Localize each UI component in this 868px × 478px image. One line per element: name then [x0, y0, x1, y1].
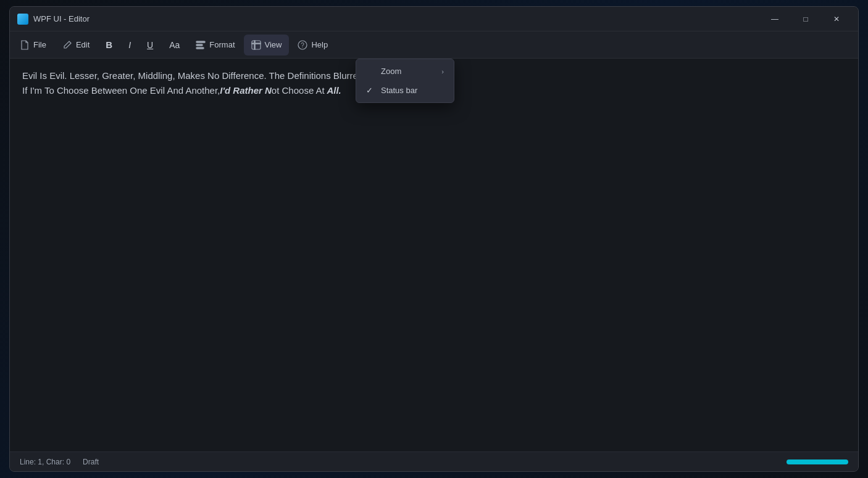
view-icon: [251, 40, 261, 50]
menu-help-label: Help: [311, 40, 328, 49]
menu-item-edit[interactable]: Edit: [55, 35, 97, 56]
italic-icon: I: [128, 40, 131, 50]
help-icon: ?: [298, 40, 307, 50]
zoom-item-left: Zoom: [366, 67, 401, 76]
menu-edit-label: Edit: [76, 40, 90, 49]
edit-icon: [62, 40, 72, 50]
svg-rect-3: [252, 41, 261, 49]
menu-item-font[interactable]: Aa: [162, 35, 187, 56]
statusbar-check: ✓: [366, 86, 376, 95]
zoom-label: Zoom: [381, 67, 401, 76]
bold-icon: B: [106, 39, 112, 50]
title-bar: WPF UI - Editor — □ ✕: [10, 7, 858, 31]
close-button[interactable]: ✕: [822, 10, 851, 28]
dropdown-item-statusbar[interactable]: ✓ Status bar: [359, 81, 451, 100]
maximize-button[interactable]: □: [791, 10, 820, 28]
svg-text:?: ?: [301, 42, 305, 49]
minimize-button[interactable]: —: [761, 10, 789, 28]
font-icon: Aa: [169, 40, 180, 50]
app-icon: [17, 14, 28, 25]
format-icon: [196, 40, 206, 50]
svg-rect-0: [196, 41, 205, 43]
main-window: WPF UI - Editor — □ ✕ File: [9, 6, 859, 472]
view-dropdown-menu: Zoom › ✓ Status bar: [356, 59, 454, 103]
statusbar-item-left: ✓ Status bar: [366, 86, 417, 95]
menu-item-format[interactable]: Format: [188, 35, 242, 56]
menu-item-bold[interactable]: B: [98, 35, 120, 56]
window-controls: — □ ✕: [761, 10, 851, 28]
menu-item-underline[interactable]: U: [140, 35, 161, 56]
content-area: Evil Is Evil. Lesser, Greater, Middling,…: [10, 59, 858, 451]
file-icon: [20, 40, 30, 50]
status-position: Line: 1, Char: 0: [20, 458, 70, 466]
menu-item-italic[interactable]: I: [121, 35, 138, 56]
menu-view-label: View: [265, 40, 282, 49]
svg-rect-5: [254, 41, 255, 49]
status-mode: Draft: [83, 458, 99, 466]
menu-item-help[interactable]: ? Help: [290, 35, 335, 56]
underline-icon: U: [147, 40, 153, 50]
menu-format-label: Format: [209, 40, 235, 49]
window-title: WPF UI - Editor: [33, 14, 761, 23]
status-indicator: [787, 459, 848, 464]
status-left: Line: 1, Char: 0 Draft: [20, 458, 99, 466]
zoom-check: [366, 67, 376, 76]
svg-rect-2: [196, 47, 204, 49]
statusbar-label: Status bar: [381, 86, 417, 95]
menu-item-file[interactable]: File: [12, 35, 54, 56]
menu-bar: File Edit B I U Aa: [10, 31, 858, 59]
zoom-submenu-icon: ›: [441, 68, 444, 75]
svg-rect-1: [196, 44, 202, 46]
dropdown-item-zoom[interactable]: Zoom ›: [359, 62, 451, 81]
menu-file-label: File: [33, 40, 46, 49]
menu-item-view[interactable]: View: [244, 35, 290, 56]
svg-rect-4: [252, 43, 261, 44]
status-bar: Line: 1, Char: 0 Draft: [10, 451, 858, 471]
